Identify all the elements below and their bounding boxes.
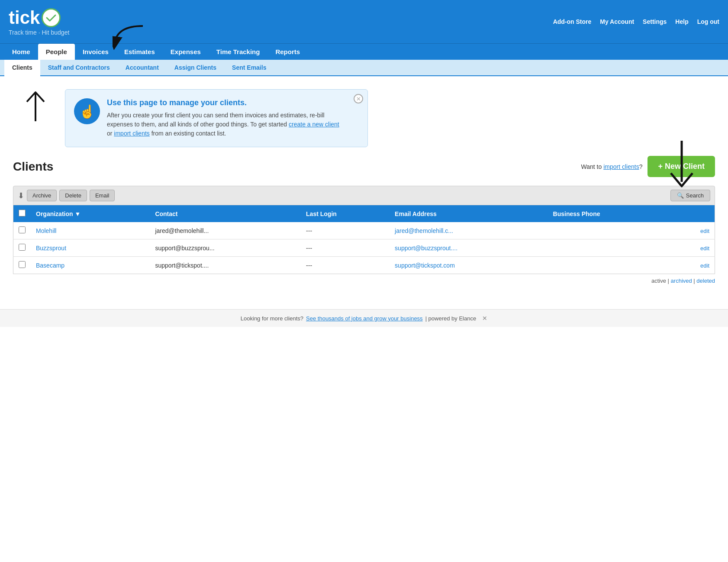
nav-expenses[interactable]: Expenses xyxy=(163,44,209,60)
subnav-sent-emails[interactable]: Sent Emails xyxy=(224,60,274,75)
search-label: Search xyxy=(686,192,704,199)
select-all-header xyxy=(13,205,31,222)
search-icon: 🔍 xyxy=(677,192,684,199)
contact-cell: support@buzzsprou... xyxy=(150,239,301,257)
nav-people[interactable]: People xyxy=(38,44,75,60)
table-header: Organization ▼ Contact Last Login Email … xyxy=(13,205,715,222)
email-button[interactable]: Email xyxy=(90,190,115,201)
actions-column-header xyxy=(672,205,715,222)
edit-link[interactable]: edit xyxy=(700,262,709,269)
info-box-body: After you create your first client you c… xyxy=(107,111,346,138)
table-row: Molehill jared@themolehill... --- jared@… xyxy=(13,222,715,239)
subnav-accountant[interactable]: Accountant xyxy=(118,60,167,75)
top-bar: tick Track time · Hit budget Add-on Stor… xyxy=(0,0,728,43)
arrow-down-decoration xyxy=(667,139,697,191)
edit-cell: edit xyxy=(672,257,715,274)
sub-navigation: Clients Staff and Contractors Accountant… xyxy=(0,60,728,76)
row-checkbox[interactable] xyxy=(19,244,26,251)
row-checkbox[interactable] xyxy=(19,261,26,268)
last-login-column-header: Last Login xyxy=(301,205,390,222)
info-box-title: Use this page to manage your clients. xyxy=(107,98,346,107)
nav-time-tracking[interactable]: Time Tracking xyxy=(209,44,268,60)
edit-cell: edit xyxy=(672,222,715,239)
phone-cell xyxy=(548,257,673,274)
org-cell: Buzzsprout xyxy=(31,239,150,257)
org-link[interactable]: Molehill xyxy=(36,227,56,234)
info-box-content: Use this page to manage your clients. Af… xyxy=(107,98,346,138)
contact-cell: support@tickspot.... xyxy=(150,257,301,274)
elance-link[interactable]: See thousands of jobs and grow your busi… xyxy=(306,315,423,322)
select-all-checkbox[interactable] xyxy=(19,210,26,216)
create-new-client-link[interactable]: create a new client xyxy=(289,121,339,128)
phone-column-header: Business Phone xyxy=(548,205,673,222)
clients-title: Clients xyxy=(13,160,53,174)
import-clients-link[interactable]: import clients xyxy=(603,163,639,170)
info-box-icon: ☝️ xyxy=(74,98,100,124)
email-cell: jared@themolehill.c... xyxy=(390,222,548,239)
delete-button[interactable]: Delete xyxy=(59,190,87,201)
active-filter: active xyxy=(651,278,666,284)
edit-link[interactable]: edit xyxy=(700,228,709,234)
my-account-link[interactable]: My Account xyxy=(600,18,634,25)
row-checkbox[interactable] xyxy=(19,226,26,233)
top-navigation: Add-on Store My Account Settings Help Lo… xyxy=(553,18,719,25)
phone-cell xyxy=(548,239,673,257)
import-clients-link-info[interactable]: import clients xyxy=(114,130,149,137)
logout-link[interactable]: Log out xyxy=(697,18,719,25)
email-link[interactable]: jared@themolehill.c... xyxy=(395,227,453,234)
subnav-clients[interactable]: Clients xyxy=(4,60,40,76)
info-box: ☝️ Use this page to manage your clients.… xyxy=(65,89,368,147)
search-button[interactable]: 🔍 Search xyxy=(670,190,710,201)
contact-column-header: Contact xyxy=(150,205,301,222)
sort-icon[interactable]: ⬇ xyxy=(18,191,24,200)
nav-invoices[interactable]: Invoices xyxy=(75,44,116,60)
nav-home[interactable]: Home xyxy=(4,44,38,60)
logo: tick xyxy=(9,7,69,28)
email-link[interactable]: support@tickspot.com xyxy=(395,262,455,269)
table-toolbar: ⬇ Archive Delete Email 🔍 Search xyxy=(13,186,715,205)
bottom-bar: Looking for more clients? See thousands … xyxy=(0,309,728,327)
logo-checkmark xyxy=(42,8,61,27)
contact-cell: jared@themolehill... xyxy=(150,222,301,239)
org-link[interactable]: Buzzsprout xyxy=(36,245,66,252)
toolbar-left: ⬇ Archive Delete Email xyxy=(18,190,115,201)
settings-link[interactable]: Settings xyxy=(643,18,667,25)
org-column-header[interactable]: Organization ▼ xyxy=(31,205,150,222)
row-checkbox-cell xyxy=(13,239,31,257)
row-checkbox-cell xyxy=(13,222,31,239)
info-box-close-button[interactable]: ✕ xyxy=(354,94,363,103)
edit-link[interactable]: edit xyxy=(700,245,709,252)
org-link[interactable]: Basecamp xyxy=(36,262,64,269)
subnav-assign-clients[interactable]: Assign Clients xyxy=(167,60,224,75)
email-cell: support@buzzsprout.... xyxy=(390,239,548,257)
clients-header: Clients Want to import clients? + New Cl… xyxy=(13,156,715,177)
table-row: Basecamp support@tickspot.... --- suppor… xyxy=(13,257,715,274)
archive-button[interactable]: Archive xyxy=(27,190,57,201)
logo-name: tick xyxy=(9,7,40,28)
import-text: Want to import clients? xyxy=(581,163,643,170)
table-header-row: Organization ▼ Contact Last Login Email … xyxy=(13,205,715,222)
bottom-bar-close-button[interactable]: ✕ xyxy=(482,315,487,322)
archived-filter-link[interactable]: archived xyxy=(671,278,692,284)
org-cell: Basecamp xyxy=(31,257,150,274)
bottom-bar-text: Looking for more clients? xyxy=(241,315,303,322)
last-login-cell: --- xyxy=(301,222,390,239)
table-footer: active | archived | deleted xyxy=(13,274,715,287)
edit-cell: edit xyxy=(672,239,715,257)
help-link[interactable]: Help xyxy=(675,18,688,25)
addon-store-link[interactable]: Add-on Store xyxy=(553,18,592,25)
arrow-up-decoration xyxy=(23,89,48,123)
email-column-header: Email Address xyxy=(390,205,548,222)
nav-reports[interactable]: Reports xyxy=(267,44,308,60)
last-login-cell: --- xyxy=(301,239,390,257)
last-login-cell: --- xyxy=(301,257,390,274)
phone-cell xyxy=(548,222,673,239)
logo-area: tick Track time · Hit budget xyxy=(9,7,69,36)
nav-estimates[interactable]: Estimates xyxy=(116,44,163,60)
logo-tagline: Track time · Hit budget xyxy=(9,29,69,36)
email-cell: support@tickspot.com xyxy=(390,257,548,274)
main-content: ☝️ Use this page to manage your clients.… xyxy=(0,76,728,296)
email-link[interactable]: support@buzzsprout.... xyxy=(395,245,457,252)
subnav-staff-contractors[interactable]: Staff and Contractors xyxy=(40,60,118,75)
deleted-filter-link[interactable]: deleted xyxy=(696,278,715,284)
